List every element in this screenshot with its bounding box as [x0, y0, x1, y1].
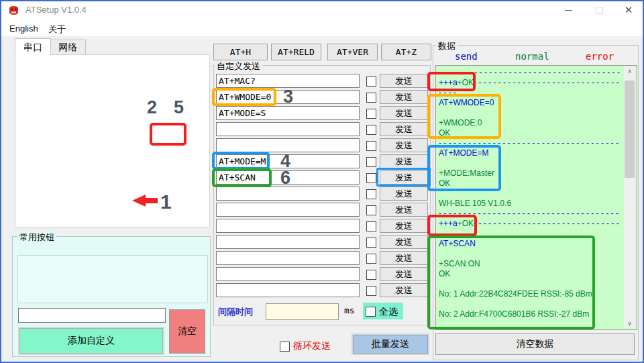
select-all-checkbox[interactable]	[366, 307, 376, 317]
legend-error: error	[586, 51, 614, 62]
scrollbar-thumb[interactable]	[625, 81, 635, 178]
send-button[interactable]: 发送	[380, 154, 428, 168]
row-checkbox[interactable]	[366, 238, 376, 248]
custom-command-input[interactable]	[216, 235, 360, 249]
row-checkbox[interactable]	[366, 254, 376, 264]
legend-normal: normal	[515, 51, 549, 62]
legend-send: send	[455, 51, 478, 62]
row-checkbox[interactable]	[366, 141, 376, 151]
send-button[interactable]: 发送	[380, 219, 428, 233]
quick-button-at-ver[interactable]: AT+VER	[327, 44, 378, 60]
send-button[interactable]: 发送	[380, 90, 428, 104]
log-line: - - - - - - - - - - - - - - - - - - - - …	[439, 138, 621, 148]
common-buttons-title: 常用按钮	[17, 231, 56, 244]
log-lines: - - - - - - - - - - - - - - - - - - - - …	[439, 68, 621, 327]
maximize-button[interactable]	[586, 0, 612, 20]
send-button[interactable]: 发送	[380, 251, 428, 265]
custom-command-input[interactable]	[216, 219, 360, 233]
menu-about[interactable]: 关于	[44, 22, 70, 37]
send-button[interactable]: 发送	[380, 187, 428, 201]
send-button[interactable]: 发送	[380, 122, 428, 136]
row-checkbox[interactable]	[366, 157, 376, 167]
custom-button-name-input[interactable]	[18, 308, 166, 323]
custom-command-input[interactable]	[216, 251, 360, 265]
app-window: ATSetup V1.0.4 ✕ English 关于 串口 网络 串口号COM…	[0, 0, 644, 363]
custom-command-input[interactable]	[216, 203, 360, 217]
row-checkbox[interactable]	[366, 93, 376, 103]
quick-button-at-z[interactable]: AT+Z	[381, 44, 431, 60]
menu-bar: English 关于	[0, 20, 644, 36]
send-button[interactable]: 发送	[380, 203, 428, 217]
log-line: AT+WMODE=0	[439, 98, 621, 108]
app-icon	[8, 5, 19, 16]
custom-command-input[interactable]	[216, 187, 360, 201]
scroll-up-icon[interactable]: ∧	[624, 66, 635, 76]
add-custom-button[interactable]: 添加自定义	[19, 328, 163, 354]
custom-command-input[interactable]	[216, 170, 360, 185]
send-button[interactable]: 发送	[380, 170, 428, 185]
close-button[interactable]: ✕	[616, 0, 641, 20]
log-line	[439, 108, 621, 118]
custom-command-input[interactable]	[216, 283, 360, 297]
interval-unit: ms	[344, 305, 355, 315]
minimize-button[interactable]	[555, 0, 581, 20]
batch-send-button[interactable]: 批量发送	[353, 335, 428, 354]
serial-tab-page	[15, 54, 210, 227]
log-line	[439, 299, 621, 309]
log-line: AT+SCAN	[439, 239, 621, 249]
clear-data-button[interactable]: 清空数据	[435, 333, 635, 355]
tab-network[interactable]: 网络	[50, 40, 86, 55]
quick-button-at-reld[interactable]: AT+RELD	[271, 44, 321, 60]
log-line	[439, 158, 621, 168]
row-checkbox[interactable]	[366, 205, 376, 215]
log-scrollbar[interactable]: ∧ ∨	[624, 66, 635, 328]
custom-command-input[interactable]	[216, 122, 360, 136]
custom-command-input[interactable]	[216, 74, 360, 88]
loop-send-checkbox[interactable]	[280, 342, 290, 352]
loop-send-label: 循环发送	[293, 340, 331, 352]
log-line: OK	[439, 269, 621, 279]
send-button[interactable]: 发送	[380, 235, 428, 249]
quick-button-at-h[interactable]: AT+H	[213, 44, 268, 60]
custom-command-input[interactable]	[216, 267, 360, 281]
custom-send-title: 自定义发送	[215, 60, 262, 72]
log-line: OK	[439, 128, 621, 138]
log-line: +++a+OK- - - - - - - - - - - - - - - - -…	[439, 78, 621, 88]
send-button[interactable]: 发送	[380, 74, 428, 88]
row-checkbox[interactable]	[366, 76, 376, 87]
send-button[interactable]: 发送	[380, 106, 428, 120]
common-buttons-listbox[interactable]	[17, 255, 208, 303]
interval-input[interactable]	[266, 303, 339, 320]
data-title: 数据	[436, 40, 458, 52]
custom-command-input[interactable]	[216, 90, 360, 104]
tab-serial[interactable]: 串口	[15, 38, 51, 55]
custom-command-input[interactable]	[216, 138, 360, 152]
log-line	[439, 189, 621, 199]
row-checkbox[interactable]	[366, 270, 376, 280]
log-line: AT+MODE=M	[439, 148, 621, 158]
log-line	[439, 279, 621, 289]
clear-common-button[interactable]: 清空	[169, 309, 205, 354]
maximize-icon	[596, 7, 603, 14]
send-button[interactable]: 发送	[380, 283, 428, 297]
log-line: No: 1 Addr:22B4C824FDEE RSSI:-85 dBm	[439, 289, 621, 299]
custom-command-input[interactable]	[216, 106, 360, 120]
row-checkbox[interactable]	[366, 221, 376, 231]
menu-english[interactable]: English	[5, 22, 42, 35]
minimize-icon	[565, 10, 572, 11]
custom-command-input[interactable]	[216, 154, 360, 168]
select-all-label: 全选	[379, 306, 398, 318]
row-checkbox[interactable]	[366, 109, 376, 119]
log-line: WH-BLE 105 V1.0.6	[439, 199, 621, 209]
row-checkbox[interactable]	[366, 189, 376, 199]
row-checkbox[interactable]	[366, 173, 376, 183]
send-button[interactable]: 发送	[380, 267, 428, 281]
log-line: +WMODE:0	[439, 118, 621, 128]
row-checkbox[interactable]	[366, 286, 376, 296]
log-line	[439, 249, 621, 259]
log-line: - - - - - - - - - - - - - - - - - - - - …	[439, 209, 621, 219]
row-checkbox[interactable]	[366, 125, 376, 135]
scroll-down-icon[interactable]: ∨	[624, 318, 635, 328]
annotation-arrow	[132, 195, 146, 207]
send-button[interactable]: 发送	[380, 138, 428, 152]
